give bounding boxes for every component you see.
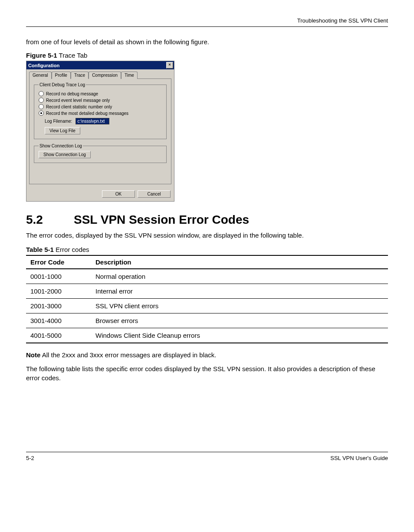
log-filename-row: Log Filename: c:\nssslvpn.txt <box>45 118 162 124</box>
tab-panel-trace: Client Debug Trace Log Record no debug m… <box>29 78 171 184</box>
show-connection-log-button[interactable]: Show Connection Log <box>39 151 91 158</box>
note-label: Note <box>26 351 40 359</box>
cell-desc: SSL VPN client errors <box>91 299 388 313</box>
cell-desc: Internal error <box>91 284 388 299</box>
table-caption-bold: Table 5-1 <box>26 246 54 253</box>
col-header-desc: Description <box>91 255 388 269</box>
error-codes-table: Error Code Description 0001-1000 Normal … <box>26 255 388 343</box>
running-head: Troubleshooting the SSL VPN Client <box>297 17 388 24</box>
note-paragraph: Note All the 2xxx and 3xxx error message… <box>26 351 388 359</box>
group-legend-connlog: Show Connection Log <box>39 144 83 148</box>
log-filename-label: Log Filename: <box>45 119 72 124</box>
dialog-button-row: OK Cancel <box>26 188 174 201</box>
radio-label: Record the most detailed debug messages <box>46 111 128 116</box>
section-title: SSL VPN Session Error Codes <box>74 213 249 226</box>
cell-desc: Normal operation <box>91 269 388 284</box>
radio-icon <box>39 98 44 103</box>
group-legend-debug: Client Debug Trace Log <box>39 82 86 87</box>
radio-label: Record event level message only <box>46 98 110 103</box>
table-row: 1001-2000 Internal error <box>26 284 388 299</box>
figure-label-bold: Figure 5-1 <box>26 52 57 59</box>
client-debug-trace-log-group: Client Debug Trace Log Record no debug m… <box>34 82 167 139</box>
dialog-titlebar: Configuration × <box>26 61 174 69</box>
tab-profile[interactable]: Profile <box>52 72 71 79</box>
radio-icon <box>39 111 44 116</box>
tab-time[interactable]: Time <box>121 72 138 79</box>
table-caption-rest: Error codes <box>54 246 89 253</box>
table-row: 2001-3000 SSL VPN client errors <box>26 299 388 313</box>
configuration-dialog: Configuration × General Profile Trace Co… <box>26 61 174 202</box>
radio-label: Record client statistic number only <box>46 104 112 109</box>
cell-desc: Windows Client Side Cleanup errors <box>91 328 388 343</box>
radio-event-only[interactable]: Record event level message only <box>39 98 162 103</box>
ok-button[interactable]: OK <box>102 190 135 198</box>
radio-icon <box>39 91 44 96</box>
cell-code: 2001-3000 <box>26 299 91 313</box>
dialog-title: Configuration <box>28 63 59 68</box>
show-connection-log-group: Show Connection Log Show Connection Log <box>34 144 167 163</box>
radio-most-detailed[interactable]: Record the most detailed debug messages <box>39 111 162 116</box>
log-filename-input[interactable]: c:\nssslvpn.txt <box>76 118 109 124</box>
radio-no-debug[interactable]: Record no debug message <box>39 91 162 96</box>
radio-icon <box>39 104 44 109</box>
cell-code: 0001-1000 <box>26 269 91 284</box>
radio-label: Record no debug message <box>46 91 98 96</box>
figure-label-rest: Trace Tab <box>57 52 88 59</box>
radio-stats-only[interactable]: Record client statistic number only <box>39 104 162 109</box>
cancel-button[interactable]: Cancel <box>138 190 171 198</box>
footer-doc-title: SSL VPN User's Guide <box>330 455 388 461</box>
col-header-code: Error Code <box>26 255 91 269</box>
footer-page-number: 5-2 <box>26 455 34 461</box>
section-number: 5.2 <box>26 213 74 227</box>
table-caption: Table 5-1 Error codes <box>26 246 388 253</box>
cell-desc: Browser errors <box>91 313 388 328</box>
view-log-file-button[interactable]: View Log File <box>45 127 80 134</box>
section-heading: 5.2SSL VPN Session Error Codes <box>26 213 388 227</box>
section-paragraph-2: The following table lists the specific e… <box>26 365 388 382</box>
table-row: 3001-4000 Browser errors <box>26 313 388 328</box>
cell-code: 1001-2000 <box>26 284 91 299</box>
tab-trace[interactable]: Trace <box>71 72 89 79</box>
cell-code: 3001-4000 <box>26 313 91 328</box>
section-paragraph-1: The error codes, displayed by the SSL VP… <box>26 231 388 240</box>
dialog-tabs: General Profile Trace Compression Time <box>29 72 171 79</box>
intro-paragraph: from one of four levels of detail as sho… <box>26 38 388 46</box>
table-row: 4001-5000 Windows Client Side Cleanup er… <box>26 328 388 343</box>
figure-caption: Figure 5-1 Trace Tab <box>26 52 388 59</box>
note-text: All the 2xxx and 3xxx error messages are… <box>40 351 216 359</box>
tab-general[interactable]: General <box>29 72 52 79</box>
cell-code: 4001-5000 <box>26 328 91 343</box>
page-footer: 5-2 SSL VPN User's Guide <box>26 452 388 461</box>
tab-compression[interactable]: Compression <box>89 72 121 79</box>
close-icon[interactable]: × <box>166 62 173 69</box>
table-row: 0001-1000 Normal operation <box>26 269 388 284</box>
